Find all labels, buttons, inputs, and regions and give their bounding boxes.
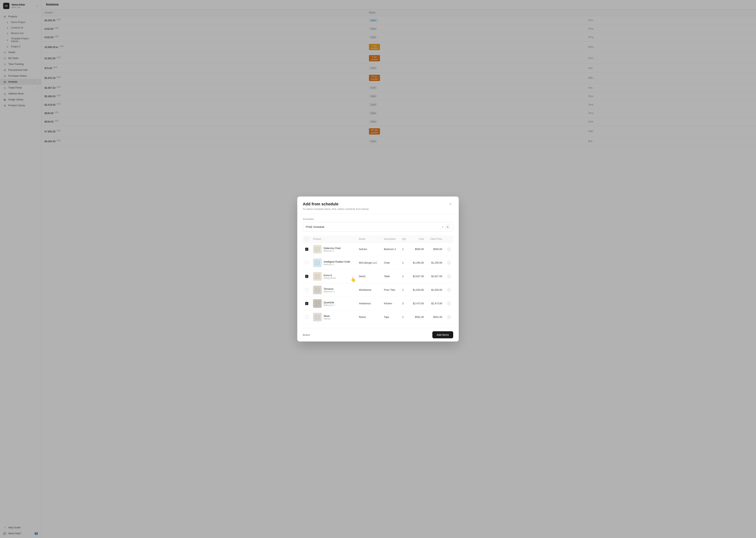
modal-body: Schedules FF&E Schedule ∨ ⧎ Product Bran… [297, 214, 459, 328]
schedule-dropdown[interactable]: FF&E Schedule ∨ ⧎ [303, 222, 453, 232]
product-brand: Worldstone [356, 283, 382, 297]
product-name: Detecma Chair [324, 247, 341, 250]
add-items-button[interactable]: Add items [432, 331, 453, 338]
product-checkbox[interactable] [305, 261, 308, 264]
product-check-cell [303, 242, 311, 256]
col-qty: Qty [400, 236, 409, 242]
product-checkbox[interactable] [305, 248, 308, 251]
product-info-button[interactable]: ⓘ [447, 247, 451, 251]
product-info-cell: Mixer Kitchen [311, 310, 356, 324]
product-qty: 1 [400, 283, 409, 297]
product-sub: Bedroom 2 [324, 263, 350, 266]
product-info-button[interactable]: ⓘ [447, 261, 451, 265]
product-thumb-icon [315, 314, 320, 320]
footer-button-label: Button [303, 333, 310, 336]
product-info-cell: Detecma Chair Bedroom 2 [311, 242, 356, 256]
product-thumbnail [313, 313, 322, 321]
product-row[interactable]: Intelligent Rubber Knife Bedroom 2 McCul… [303, 256, 453, 270]
product-description: Kitchen [382, 297, 400, 310]
schedule-selected-value: FF&E Schedule [306, 225, 324, 228]
add-from-schedule-modal: Add from schedule × To select schedule i… [297, 196, 459, 342]
product-checkbox[interactable] [305, 288, 308, 291]
product-sub: Bedroom 2 [324, 250, 341, 252]
product-info-btn-cell: ⓘ [445, 310, 453, 324]
product-sub: Bathroom 1 [324, 304, 335, 306]
col-info [445, 236, 453, 242]
product-sub: Kitchen [324, 317, 331, 320]
filter-icon[interactable]: ⧎ [445, 224, 450, 229]
product-sub: Dining Room [324, 277, 336, 279]
product-name-block: Mixer Kitchen [324, 314, 331, 320]
product-info-button[interactable]: ⓘ [447, 274, 451, 278]
product-info-button[interactable]: ⓘ [447, 288, 451, 292]
product-row[interactable]: Quartzite Bathroom 1 Artedomus Kitchen 3… [303, 297, 453, 310]
col-brand: Brand [356, 236, 382, 242]
product-check-cell [303, 297, 311, 310]
product-thumbnail [313, 272, 322, 281]
product-checkbox[interactable] [305, 315, 308, 318]
product-row[interactable]: Terrazzo Bathroom 1 Worldstone Floor Til… [303, 283, 453, 297]
product-description: Taps [382, 310, 400, 324]
product-name-block: Intelligent Rubber Knife Bedroom 2 [324, 260, 350, 266]
product-info-btn-cell: ⓘ [445, 283, 453, 297]
product-qty: 1 [400, 310, 409, 324]
product-checkbox[interactable] [305, 275, 308, 278]
product-client-price: $1,250.00 [426, 256, 445, 270]
col-cost: Cost [409, 236, 426, 242]
product-brand: Reece [356, 310, 382, 324]
product-client-price: $1,933.00 [426, 283, 445, 297]
product-row[interactable]: 👆 Kono 8 Dining Room Derlot Table 1 $2,8… [303, 270, 453, 283]
col-product: Product [311, 236, 356, 242]
svg-point-3 [316, 262, 317, 262]
product-row[interactable]: Detecma Chair Bedroom 2 Gufram Bedroom 2… [303, 242, 453, 256]
product-client-price: $2,827.00 [426, 270, 445, 283]
product-cost: $1,933.00 [409, 283, 426, 297]
product-thumb-icon [315, 260, 320, 266]
product-checkbox[interactable] [305, 302, 308, 305]
product-thumb-icon [315, 274, 320, 279]
product-description: Floor Tiles [382, 283, 400, 297]
close-button[interactable]: × [448, 201, 453, 207]
svg-point-1 [316, 248, 317, 249]
product-row[interactable]: Mixer Kitchen Reece Taps 1 $591.00 $591.… [303, 310, 453, 324]
col-description: Description [382, 236, 400, 242]
product-info-cell: Terrazzo Bathroom 1 [311, 283, 356, 297]
schedule-controls: ∨ ⧎ [442, 224, 450, 229]
product-cost: $2,827.00 [409, 270, 426, 283]
product-info-button[interactable]: ⓘ [447, 301, 451, 305]
product-brand: Gufram [356, 242, 382, 256]
product-info-cell: Intelligent Rubber Knife Bedroom 2 [311, 256, 356, 270]
product-qty: 1 [400, 256, 409, 270]
select-all-checkbox[interactable] [305, 237, 308, 240]
svg-point-9 [316, 302, 317, 303]
product-qty: 3 [400, 297, 409, 310]
product-check-cell [303, 270, 311, 283]
product-description: Table [382, 270, 400, 283]
cursor-icon: 👆 [350, 277, 356, 282]
product-qty: 1 [400, 242, 409, 256]
product-client-price: $500.00 [426, 242, 445, 256]
product-check-cell [303, 310, 311, 324]
product-name: Intelligent Rubber Knife [324, 260, 350, 263]
product-table: Product Brand Description Qty Cost Clien… [303, 236, 453, 324]
product-info-button[interactable]: ⓘ [447, 315, 451, 319]
product-cost: $591.00 [409, 310, 426, 324]
product-client-price: $2,473.00 [426, 297, 445, 310]
product-check-cell [303, 256, 311, 270]
product-info-btn-cell: ⓘ [445, 270, 453, 283]
svg-point-11 [316, 316, 317, 317]
product-name: Terrazzo [324, 288, 335, 290]
modal-overlay[interactable]: Add from schedule × To select schedule i… [0, 0, 756, 538]
product-thumb-icon [315, 287, 320, 293]
modal-header: Add from schedule × To select schedule i… [297, 196, 459, 214]
product-sub: Bathroom 1 [324, 290, 335, 293]
modal-title-text: Add from schedule [303, 202, 339, 206]
modal-title-row: Add from schedule × [303, 201, 453, 207]
svg-point-5 [316, 275, 317, 276]
product-thumbnail [313, 258, 322, 267]
product-thumbnail [313, 245, 322, 253]
product-thumbnail [313, 299, 322, 308]
product-cost: $2,473.00 [409, 297, 426, 310]
product-cost: $500.00 [409, 242, 426, 256]
product-client-price: $591.00 [426, 310, 445, 324]
